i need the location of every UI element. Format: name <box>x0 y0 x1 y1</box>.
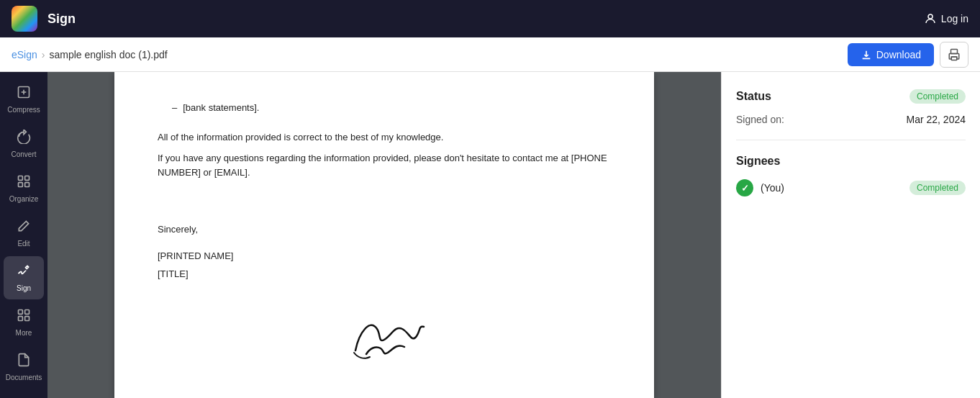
signee-row: ✓ (You) Completed <box>736 179 966 196</box>
bullet-dash: – <box>172 101 177 116</box>
signed-on-label: Signed on: <box>736 114 907 125</box>
svg-rect-7 <box>25 183 30 187</box>
breadcrumb-separator: › <box>42 49 45 60</box>
svg-rect-5 <box>25 176 30 181</box>
status-badge: Completed <box>909 89 966 104</box>
breadcrumb-parent[interactable]: eSign <box>12 49 37 60</box>
documents-icon <box>17 353 31 371</box>
signees-section: Signees ✓ (You) Completed <box>736 155 966 196</box>
pdf-paragraph1: All of the information provided is corre… <box>158 130 611 145</box>
sidebar-item-more[interactable]: More <box>4 301 44 344</box>
sidebar: Compress Convert Organize Edit Sign <box>0 72 47 398</box>
svg-rect-8 <box>19 310 23 315</box>
status-row: Signed on: Mar 22, 2024 <box>736 114 966 125</box>
svg-rect-10 <box>19 317 23 321</box>
svg-rect-11 <box>25 317 30 321</box>
sidebar-item-sign-label: Sign <box>17 284 31 292</box>
pdf-printed-name: [PRINTED NAME] <box>158 249 611 264</box>
svg-rect-4 <box>19 176 23 181</box>
bullet-text: [bank statements]. <box>183 101 259 116</box>
sidebar-item-sign[interactable]: Sign <box>4 256 44 299</box>
more-icon <box>17 308 31 326</box>
download-button[interactable]: Download <box>848 43 934 66</box>
sidebar-item-documents-label: Documents <box>6 374 42 381</box>
download-icon <box>861 49 872 60</box>
status-title: Status <box>736 90 771 103</box>
svg-rect-1 <box>951 49 958 53</box>
sidebar-item-edit-label: Edit <box>17 240 30 248</box>
login-label: Log in <box>941 13 968 24</box>
breadcrumb-actions: Download <box>848 42 968 68</box>
signee-name: (You) <box>761 182 902 194</box>
user-icon <box>924 12 937 25</box>
sidebar-item-convert-label: Convert <box>11 150 36 158</box>
sidebar-item-organize-label: Organize <box>9 195 39 203</box>
signature-image <box>334 304 435 368</box>
svg-rect-9 <box>25 310 30 315</box>
svg-point-0 <box>928 14 933 19</box>
pdf-sincerely: Sincerely, <box>158 222 611 238</box>
sidebar-item-compress[interactable]: Compress <box>4 78 44 121</box>
pdf-page: – [bank statements]. All of the informat… <box>114 72 654 398</box>
right-panel: Status Completed Signed on: Mar 22, 2024… <box>721 72 980 398</box>
status-header: Status Completed <box>736 89 966 104</box>
signature-area <box>158 304 611 368</box>
status-section: Status Completed Signed on: Mar 22, 2024 <box>736 89 966 140</box>
main-content: Compress Convert Organize Edit Sign <box>0 72 980 398</box>
sign-icon <box>17 263 31 281</box>
pdf-paragraph2: If you have any questions regarding the … <box>158 151 611 181</box>
login-button[interactable]: Log in <box>924 12 968 25</box>
signee-check-icon: ✓ <box>736 179 753 196</box>
print-icon <box>948 48 961 61</box>
pdf-viewer[interactable]: – [bank statements]. All of the informat… <box>47 72 721 398</box>
sidebar-item-organize[interactable]: Organize <box>4 167 44 210</box>
top-bar: Sign Log in <box>0 0 980 37</box>
svg-rect-6 <box>19 183 23 187</box>
app-title: Sign <box>47 12 924 27</box>
sidebar-item-compress-label: Compress <box>7 106 40 114</box>
sidebar-item-documents[interactable]: Documents <box>4 345 44 389</box>
signee-badge: Completed <box>909 181 966 195</box>
pdf-title: [TITLE] <box>158 267 611 282</box>
sidebar-item-more-label: More <box>16 329 32 337</box>
app-logo <box>12 6 37 32</box>
pdf-content: – [bank statements]. All of the informat… <box>158 101 611 368</box>
print-button[interactable] <box>940 42 968 68</box>
check-mark: ✓ <box>741 183 749 194</box>
breadcrumb-current: sample english doc (1).pdf <box>49 49 167 60</box>
signed-on-value: Mar 22, 2024 <box>907 114 966 125</box>
sidebar-item-convert[interactable]: Convert <box>4 122 44 166</box>
edit-icon <box>17 219 31 237</box>
pdf-bullet: – [bank statements]. <box>158 101 611 116</box>
compress-icon <box>17 85 31 103</box>
svg-rect-2 <box>951 57 957 60</box>
signees-title: Signees <box>736 155 966 168</box>
organize-icon <box>17 174 31 192</box>
breadcrumb-bar: eSign › sample english doc (1).pdf Downl… <box>0 37 980 72</box>
download-label: Download <box>876 49 921 60</box>
sidebar-item-edit[interactable]: Edit <box>4 212 44 255</box>
convert-icon <box>17 130 31 148</box>
